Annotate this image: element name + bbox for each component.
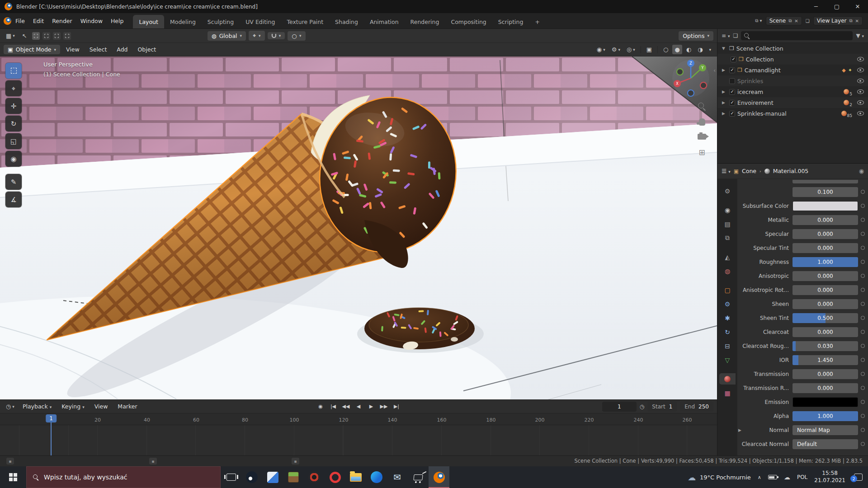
proportional-edit-dropdown[interactable]: ○ ▾ (288, 31, 305, 41)
outliner-row-collection[interactable]: ❒ Collection (717, 54, 868, 65)
new-view-layer-icon[interactable]: ⧉ (849, 18, 852, 23)
outliner-row-envoirement[interactable]: ▶ Envoirement 2 (717, 97, 868, 108)
preview-range-icon[interactable]: ◷ (640, 404, 644, 410)
object-visibility-dropdown[interactable]: ◉ ▾ (594, 45, 608, 54)
timeline-track[interactable] (0, 425, 717, 455)
taskbar-browser[interactable] (304, 466, 325, 488)
tab-shading[interactable]: Shading (329, 15, 364, 28)
snap-dropdown[interactable]: ▾ (268, 32, 285, 39)
start-button[interactable] (0, 466, 26, 488)
subsurface-radius-slider[interactable] (793, 180, 858, 183)
menu-render[interactable]: Render (48, 16, 76, 26)
menu-help[interactable]: Help (107, 16, 128, 26)
tab-uv-editing[interactable]: UV Editing (240, 15, 281, 28)
subsurface-color-swatch[interactable] (793, 201, 858, 211)
tab-particles[interactable]: ✱ (719, 312, 736, 324)
tab-tool[interactable]: ⚙ (719, 185, 736, 197)
outliner-search-input[interactable] (741, 31, 853, 40)
eye-icon[interactable] (857, 100, 864, 105)
sheen-slider[interactable]: 0.000 (793, 299, 858, 309)
animate-dot[interactable] (861, 190, 865, 194)
select-mode-tweak[interactable] (32, 32, 40, 40)
notification-center-icon[interactable]: 2 (854, 474, 863, 481)
end-frame-field[interactable]: End250 (680, 402, 713, 412)
animate-dot[interactable] (861, 400, 865, 404)
tab-object-data[interactable]: ▽ (719, 354, 736, 366)
animate-dot[interactable] (861, 442, 865, 446)
viewport-menu-object[interactable]: Object (134, 44, 160, 55)
tab-output[interactable]: ▤ (719, 218, 736, 230)
gizmos-toggle[interactable]: ⚙ ▾ (609, 45, 623, 54)
breadcrumb-material[interactable]: Material.005 (773, 168, 809, 174)
animate-dot[interactable] (861, 218, 865, 222)
pivot-point-dropdown[interactable]: ⌖ ▾ (249, 31, 265, 41)
subsurface-radius-slider[interactable]: 0.100 (793, 187, 858, 197)
taskbar-explorer[interactable] (345, 466, 366, 488)
eye-icon[interactable] (857, 111, 864, 116)
new-scene-icon[interactable]: ⧉ (788, 18, 792, 23)
specular-slider[interactable]: 0.000 (793, 229, 858, 239)
animate-dot[interactable] (861, 386, 865, 390)
close-button[interactable]: ✕ (847, 0, 868, 13)
sheen-tint-slider[interactable]: 0.500 (793, 313, 858, 323)
taskbar-opera[interactable] (325, 466, 345, 488)
zoom-icon[interactable] (698, 103, 706, 110)
navigation-gizmo[interactable]: X Y Z (671, 58, 711, 98)
expand-icon[interactable]: ▶ (738, 428, 741, 432)
outliner-row-sprinkles[interactable]: Sprinkles (717, 75, 868, 86)
eye-icon[interactable] (857, 89, 864, 94)
tab-animation[interactable]: Animation (364, 15, 405, 28)
expand-icon[interactable]: ▼ (722, 46, 727, 51)
onedrive-cloud-icon[interactable]: ☁ (784, 474, 790, 481)
tab-physics[interactable]: ↻ (719, 326, 736, 338)
animate-dot[interactable] (861, 204, 865, 208)
clearcoat-roughness-slider[interactable]: 0.030 (793, 341, 858, 351)
clearcoat-normal-input[interactable]: Default (793, 439, 858, 449)
language-indicator[interactable]: POL (797, 474, 807, 480)
taskbar-minecraft[interactable] (283, 466, 304, 488)
alpha-slider[interactable]: 1.000 (793, 411, 858, 421)
tab-modifiers[interactable]: ⚙ (719, 298, 736, 310)
menu-file[interactable]: File (11, 16, 29, 26)
rotate-tool[interactable]: ↻ (5, 116, 22, 131)
animate-dot[interactable] (861, 260, 865, 264)
outliner-row-scene-collection[interactable]: ▼ ❒ Scene Collection (717, 43, 868, 54)
expand-icon[interactable]: ▶ (722, 100, 727, 105)
clearcoat-slider[interactable]: 0.000 (793, 327, 858, 337)
battery-icon[interactable] (768, 475, 777, 479)
shading-solid-button[interactable]: ● (672, 45, 682, 54)
hidden-icons-chevron[interactable]: ∧ (758, 474, 761, 480)
animate-dot[interactable] (861, 274, 865, 278)
scale-tool[interactable]: ◱ (5, 133, 22, 149)
metallic-slider[interactable]: 0.000 (793, 215, 858, 225)
tab-material[interactable] (719, 373, 736, 385)
tab-render[interactable]: ◉ (719, 204, 736, 216)
specular-tint-slider[interactable]: 0.000 (793, 243, 858, 253)
collection-checkbox[interactable] (729, 78, 735, 84)
region-collapse-icon[interactable]: ‹ (713, 67, 716, 74)
tab-view-layer[interactable]: ⧉ (719, 232, 736, 244)
breadcrumb-object[interactable]: Cone (742, 168, 756, 174)
shading-dropdown[interactable]: ▾ (707, 46, 713, 53)
tab-constraints[interactable]: ⊟ (719, 340, 736, 352)
annotate-tool[interactable]: ✎ (5, 174, 22, 190)
editor-type-icon[interactable]: ▦ ▾ (4, 31, 17, 41)
tab-texture[interactable]: ▦ (719, 387, 736, 399)
cursor-tool[interactable]: ⌖ (5, 80, 22, 96)
animate-dot[interactable] (861, 246, 865, 250)
unlink-scene-icon[interactable]: ✕ (794, 19, 798, 23)
expand-icon[interactable]: ▶ (722, 111, 727, 116)
animate-dot[interactable] (861, 288, 865, 292)
animate-dot[interactable] (861, 372, 865, 376)
current-frame-field[interactable]: 1 (602, 402, 637, 412)
playback-menu[interactable]: Playback ▾ (19, 401, 56, 412)
taskbar-store[interactable] (408, 466, 429, 488)
transform-orientation-dropdown[interactable]: ◍ Global ▾ (208, 31, 246, 41)
keying-menu[interactable]: Keying ▾ (57, 401, 89, 412)
animate-dot[interactable] (861, 330, 865, 334)
transmission-slider[interactable]: 0.000 (793, 369, 858, 379)
expand-icon[interactable]: ▶ (722, 89, 727, 94)
select-mode-lasso[interactable] (63, 32, 71, 40)
tab-compositing[interactable]: Compositing (445, 15, 492, 28)
tab-world[interactable]: ◍ (719, 265, 736, 277)
